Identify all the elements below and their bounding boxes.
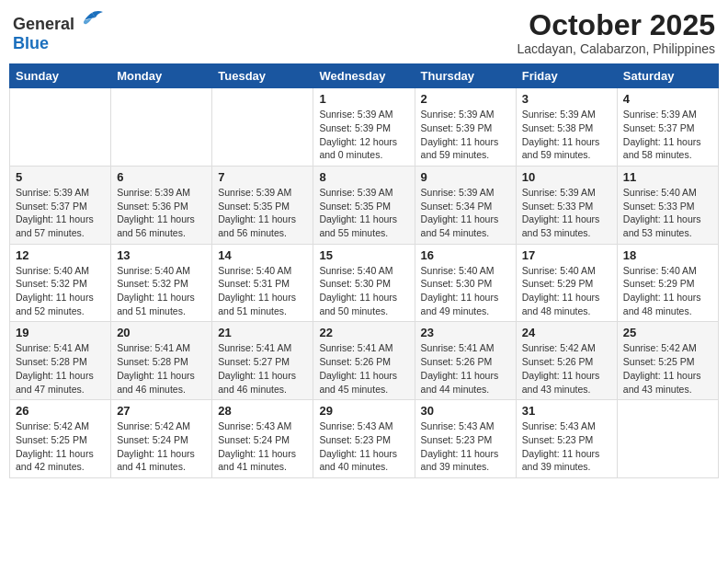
day-number: 11 bbox=[623, 170, 712, 184]
logo-blue-row: Blue bbox=[13, 34, 49, 53]
calendar-cell: 20Sunrise: 5:41 AM Sunset: 5:28 PM Dayli… bbox=[111, 322, 212, 400]
calendar-cell: 17Sunrise: 5:40 AM Sunset: 5:29 PM Dayli… bbox=[516, 244, 617, 322]
calendar-body: 1Sunrise: 5:39 AM Sunset: 5:39 PM Daylig… bbox=[10, 88, 719, 478]
title-area: October 2025 Lacdayan, Calabarzon, Phili… bbox=[517, 9, 715, 56]
day-number: 21 bbox=[218, 326, 307, 339]
calendar-cell: 31Sunrise: 5:43 AM Sunset: 5:23 PM Dayli… bbox=[516, 400, 617, 478]
day-number: 26 bbox=[16, 404, 105, 418]
day-number: 25 bbox=[623, 326, 712, 339]
logo-bird-icon bbox=[79, 9, 105, 29]
day-info: Sunrise: 5:40 AM Sunset: 5:32 PM Dayligh… bbox=[16, 264, 105, 318]
day-number: 6 bbox=[117, 170, 206, 184]
calendar-week-2: 5Sunrise: 5:39 AM Sunset: 5:37 PM Daylig… bbox=[10, 166, 719, 244]
day-number: 2 bbox=[421, 92, 510, 106]
weekday-wednesday: Wednesday bbox=[313, 64, 415, 88]
logo-text: General bbox=[13, 9, 105, 34]
day-number: 20 bbox=[117, 326, 206, 339]
day-info: Sunrise: 5:39 AM Sunset: 5:34 PM Dayligh… bbox=[421, 186, 510, 240]
calendar-cell: 15Sunrise: 5:40 AM Sunset: 5:30 PM Dayli… bbox=[313, 244, 415, 322]
calendar-cell: 6Sunrise: 5:39 AM Sunset: 5:36 PM Daylig… bbox=[111, 166, 212, 244]
weekday-sunday: Sunday bbox=[10, 64, 111, 88]
day-info: Sunrise: 5:43 AM Sunset: 5:23 PM Dayligh… bbox=[421, 419, 510, 474]
calendar-week-1: 1Sunrise: 5:39 AM Sunset: 5:39 PM Daylig… bbox=[10, 88, 719, 167]
calendar-cell: 30Sunrise: 5:43 AM Sunset: 5:23 PM Dayli… bbox=[415, 400, 516, 478]
day-number: 29 bbox=[319, 404, 408, 418]
day-info: Sunrise: 5:41 AM Sunset: 5:26 PM Dayligh… bbox=[319, 341, 408, 396]
weekday-tuesday: Tuesday bbox=[212, 64, 313, 88]
weekday-friday: Friday bbox=[516, 64, 617, 88]
calendar-cell: 2Sunrise: 5:39 AM Sunset: 5:39 PM Daylig… bbox=[415, 88, 516, 167]
day-number: 10 bbox=[522, 170, 611, 184]
weekday-header-row: SundayMondayTuesdayWednesdayThursdayFrid… bbox=[10, 64, 719, 88]
day-number: 9 bbox=[421, 170, 510, 184]
calendar-cell: 4Sunrise: 5:39 AM Sunset: 5:37 PM Daylig… bbox=[617, 88, 718, 167]
calendar-cell: 1Sunrise: 5:39 AM Sunset: 5:39 PM Daylig… bbox=[313, 88, 415, 167]
day-info: Sunrise: 5:39 AM Sunset: 5:35 PM Dayligh… bbox=[319, 186, 408, 240]
day-number: 5 bbox=[16, 170, 105, 184]
day-info: Sunrise: 5:41 AM Sunset: 5:28 PM Dayligh… bbox=[117, 341, 206, 396]
weekday-monday: Monday bbox=[111, 64, 212, 88]
calendar-cell: 3Sunrise: 5:39 AM Sunset: 5:38 PM Daylig… bbox=[516, 88, 617, 167]
day-info: Sunrise: 5:40 AM Sunset: 5:30 PM Dayligh… bbox=[319, 264, 408, 318]
day-info: Sunrise: 5:39 AM Sunset: 5:33 PM Dayligh… bbox=[522, 186, 611, 240]
calendar-cell: 8Sunrise: 5:39 AM Sunset: 5:35 PM Daylig… bbox=[313, 166, 415, 244]
day-info: Sunrise: 5:39 AM Sunset: 5:35 PM Dayligh… bbox=[218, 186, 307, 240]
calendar-cell: 14Sunrise: 5:40 AM Sunset: 5:31 PM Dayli… bbox=[212, 244, 313, 322]
day-info: Sunrise: 5:40 AM Sunset: 5:29 PM Dayligh… bbox=[522, 264, 611, 318]
day-info: Sunrise: 5:43 AM Sunset: 5:24 PM Dayligh… bbox=[218, 419, 307, 474]
calendar-cell: 21Sunrise: 5:41 AM Sunset: 5:27 PM Dayli… bbox=[212, 322, 313, 400]
day-number: 22 bbox=[319, 326, 408, 339]
day-info: Sunrise: 5:42 AM Sunset: 5:25 PM Dayligh… bbox=[623, 341, 712, 396]
day-info: Sunrise: 5:41 AM Sunset: 5:26 PM Dayligh… bbox=[421, 341, 510, 396]
calendar-cell: 5Sunrise: 5:39 AM Sunset: 5:37 PM Daylig… bbox=[10, 166, 111, 244]
day-info: Sunrise: 5:39 AM Sunset: 5:39 PM Dayligh… bbox=[319, 108, 408, 162]
calendar-week-4: 19Sunrise: 5:41 AM Sunset: 5:28 PM Dayli… bbox=[10, 322, 719, 400]
day-number: 7 bbox=[218, 170, 307, 184]
day-info: Sunrise: 5:43 AM Sunset: 5:23 PM Dayligh… bbox=[319, 419, 408, 474]
day-number: 31 bbox=[522, 404, 611, 418]
calendar-cell: 7Sunrise: 5:39 AM Sunset: 5:35 PM Daylig… bbox=[212, 166, 313, 244]
day-info: Sunrise: 5:42 AM Sunset: 5:24 PM Dayligh… bbox=[117, 419, 206, 474]
calendar-cell: 11Sunrise: 5:40 AM Sunset: 5:33 PM Dayli… bbox=[617, 166, 718, 244]
day-number: 8 bbox=[319, 170, 408, 184]
calendar-cell: 18Sunrise: 5:40 AM Sunset: 5:29 PM Dayli… bbox=[617, 244, 718, 322]
day-info: Sunrise: 5:39 AM Sunset: 5:38 PM Dayligh… bbox=[522, 108, 611, 162]
day-number: 1 bbox=[319, 92, 408, 106]
location-subtitle: Lacdayan, Calabarzon, Philippines bbox=[517, 41, 715, 56]
day-info: Sunrise: 5:40 AM Sunset: 5:30 PM Dayligh… bbox=[421, 264, 510, 318]
calendar-cell: 12Sunrise: 5:40 AM Sunset: 5:32 PM Dayli… bbox=[10, 244, 111, 322]
calendar-cell: 28Sunrise: 5:43 AM Sunset: 5:24 PM Dayli… bbox=[212, 400, 313, 478]
day-info: Sunrise: 5:39 AM Sunset: 5:39 PM Dayligh… bbox=[421, 108, 510, 162]
weekday-saturday: Saturday bbox=[617, 64, 718, 88]
calendar-cell: 26Sunrise: 5:42 AM Sunset: 5:25 PM Dayli… bbox=[10, 400, 111, 478]
day-info: Sunrise: 5:43 AM Sunset: 5:23 PM Dayligh… bbox=[522, 419, 611, 474]
day-info: Sunrise: 5:41 AM Sunset: 5:27 PM Dayligh… bbox=[218, 341, 307, 396]
day-info: Sunrise: 5:39 AM Sunset: 5:37 PM Dayligh… bbox=[623, 108, 712, 162]
day-number: 28 bbox=[218, 404, 307, 418]
calendar-cell bbox=[111, 88, 212, 167]
calendar-cell: 10Sunrise: 5:39 AM Sunset: 5:33 PM Dayli… bbox=[516, 166, 617, 244]
day-number: 12 bbox=[16, 248, 105, 262]
calendar-cell bbox=[212, 88, 313, 167]
day-info: Sunrise: 5:42 AM Sunset: 5:25 PM Dayligh… bbox=[16, 419, 105, 474]
day-info: Sunrise: 5:40 AM Sunset: 5:33 PM Dayligh… bbox=[623, 186, 712, 240]
day-info: Sunrise: 5:40 AM Sunset: 5:32 PM Dayligh… bbox=[117, 264, 206, 318]
day-number: 27 bbox=[117, 404, 206, 418]
calendar-cell: 29Sunrise: 5:43 AM Sunset: 5:23 PM Dayli… bbox=[313, 400, 415, 478]
calendar-cell: 16Sunrise: 5:40 AM Sunset: 5:30 PM Dayli… bbox=[415, 244, 516, 322]
weekday-thursday: Thursday bbox=[415, 64, 516, 88]
logo-general: General bbox=[13, 15, 74, 33]
calendar-cell: 24Sunrise: 5:42 AM Sunset: 5:26 PM Dayli… bbox=[516, 322, 617, 400]
day-info: Sunrise: 5:40 AM Sunset: 5:31 PM Dayligh… bbox=[218, 264, 307, 318]
page-header: General Blue October 2025 Lacdayan, Cala… bbox=[9, 9, 719, 56]
day-info: Sunrise: 5:42 AM Sunset: 5:26 PM Dayligh… bbox=[522, 341, 611, 396]
calendar-cell bbox=[10, 88, 111, 167]
calendar-cell: 23Sunrise: 5:41 AM Sunset: 5:26 PM Dayli… bbox=[415, 322, 516, 400]
day-info: Sunrise: 5:39 AM Sunset: 5:37 PM Dayligh… bbox=[16, 186, 105, 240]
day-info: Sunrise: 5:41 AM Sunset: 5:28 PM Dayligh… bbox=[16, 341, 105, 396]
day-number: 15 bbox=[319, 248, 408, 262]
logo-blue: Blue bbox=[13, 34, 49, 52]
calendar-cell: 25Sunrise: 5:42 AM Sunset: 5:25 PM Dayli… bbox=[617, 322, 718, 400]
day-number: 4 bbox=[623, 92, 712, 106]
calendar-cell: 19Sunrise: 5:41 AM Sunset: 5:28 PM Dayli… bbox=[10, 322, 111, 400]
